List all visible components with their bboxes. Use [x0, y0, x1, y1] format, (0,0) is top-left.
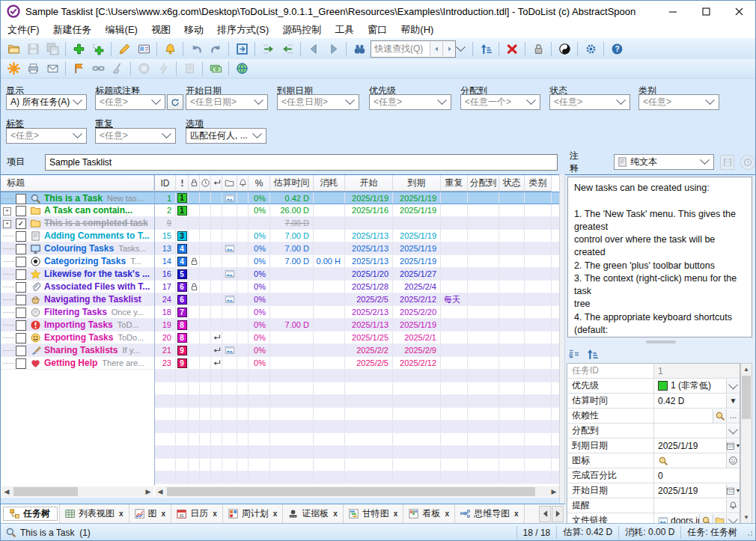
tab-思维导图[interactable]: 思维导图 x	[455, 504, 525, 523]
combo-button[interactable]	[726, 424, 740, 438]
resize-grip[interactable]	[743, 529, 755, 537]
column-header-status[interactable]: 状态	[499, 175, 525, 192]
task-checkbox[interactable]	[16, 320, 26, 331]
task-row[interactable]: Adding Comments to T...	[1, 230, 154, 242]
scroll-left-icon[interactable]: ◀	[1, 486, 12, 497]
quick-find-dropdown[interactable]	[457, 41, 469, 57]
close-tab-icon[interactable]: x	[273, 510, 278, 518]
quick-find-input[interactable]: 快速查找(Q)	[371, 40, 456, 58]
new-task-button[interactable]	[70, 40, 88, 58]
toggle-ui-style-button[interactable]	[555, 40, 573, 58]
filter-select-3[interactable]: <任意日期>	[277, 94, 359, 110]
task-checkbox[interactable]	[16, 231, 26, 242]
filter-select-9[interactable]: <任意>	[95, 128, 176, 144]
set-reminder-button[interactable]	[161, 40, 179, 58]
maximize-tasklist-button[interactable]	[233, 40, 251, 58]
task-checkbox[interactable]	[16, 346, 26, 356]
task-row[interactable]: Categorizing TasksT...	[1, 255, 154, 268]
activity-log-button[interactable]	[180, 60, 198, 77]
find-next-button[interactable]	[442, 42, 455, 56]
maximize-button[interactable]	[689, 1, 722, 22]
expand-icon[interactable]: +	[3, 207, 11, 216]
task-checkbox[interactable]	[16, 282, 26, 293]
scrollbar-thumb[interactable]	[167, 487, 535, 496]
attribute-row[interactable]: 依赖性 …	[567, 409, 740, 424]
task-columns-row[interactable]: 1650%2025/1/202025/1/27	[155, 268, 559, 281]
tree-hscrollbar[interactable]: ◀ ▶	[1, 486, 153, 497]
forward-button[interactable]	[324, 40, 342, 58]
task-columns-row[interactable]: 1870%2025/2/132025/2/20	[155, 306, 559, 319]
column-header-wrap[interactable]	[211, 175, 222, 192]
task-columns-row[interactable]: 97.00 D	[155, 217, 559, 230]
task-row[interactable]: Colouring TasksTasks...	[1, 242, 154, 255]
tab-任务树[interactable]: 任务树	[1, 504, 60, 523]
attribute-row[interactable]: 优先级 1 (非常低)	[567, 379, 740, 394]
column-header-lock[interactable]	[189, 175, 200, 192]
filter-refresh-button[interactable]	[167, 94, 183, 110]
task-columns-row[interactable]: 210%26.00 D2025/1/162025/1/19	[155, 204, 559, 217]
tab-图[interactable]: 图 x	[129, 504, 172, 523]
attribute-row[interactable]: 开始日期 2025/1/19▼	[567, 483, 740, 498]
task-row[interactable]: Filtering TasksOnce y...	[1, 306, 154, 319]
column-header-est[interactable]: 估算时间	[270, 175, 314, 192]
menu-item-9[interactable]: 帮助(H)	[394, 22, 440, 38]
column-header-pri[interactable]	[176, 175, 189, 192]
task-checkbox[interactable]	[16, 257, 26, 267]
tabs-scroll-left[interactable]	[539, 506, 551, 522]
column-header-recur[interactable]: 重复	[441, 175, 468, 192]
sort-tasks-button[interactable]	[477, 40, 495, 58]
close-tab-icon[interactable]: x	[162, 510, 166, 518]
tab-甘特图[interactable]: 甘特图 x	[344, 504, 404, 523]
password-protect-button[interactable]	[529, 40, 547, 58]
task-columns-row[interactable]: 1760%2025/1/282025/2/4	[155, 281, 559, 293]
menu-item-0[interactable]: 文件(F)	[1, 22, 46, 38]
new-tasklist-button[interactable]	[4, 60, 22, 77]
spin-button[interactable]: ▼	[726, 394, 740, 408]
scroll-up-icon[interactable]: ▲	[741, 364, 752, 375]
attribute-row[interactable]: 分配到	[567, 424, 740, 438]
expand-icon[interactable]: +	[3, 220, 11, 228]
column-header-pct[interactable]: %	[249, 175, 270, 192]
tab-看板[interactable]: 看板 x	[403, 504, 455, 523]
menu-item-6[interactable]: 源码控制	[275, 22, 328, 38]
column-header-cat[interactable]: 类别	[525, 175, 552, 192]
attribute-row[interactable]: 任务ID 1	[567, 364, 740, 379]
delete-task-button[interactable]	[503, 40, 521, 58]
redo-button[interactable]	[207, 40, 225, 58]
task-row[interactable]: This is a TaskNew tas...	[1, 192, 154, 204]
print-button[interactable]	[24, 60, 42, 77]
attribute-row[interactable]: 提醒	[567, 498, 740, 513]
scrollbar-thumb[interactable]	[742, 376, 751, 419]
task-row[interactable]: Likewise for the task's ...	[1, 268, 154, 281]
task-columns-row[interactable]: 2460%2025/2/52025/2/12每天	[155, 293, 559, 306]
task-row[interactable]: Importing TasksToD...	[1, 319, 154, 331]
task-checkbox[interactable]	[16, 333, 26, 343]
indent-task-button[interactable]	[259, 40, 277, 58]
combo-button[interactable]	[726, 379, 740, 393]
tab-列表视图[interactable]: 列表视图 x	[60, 504, 129, 523]
filter-select-7[interactable]: <任意>	[638, 94, 719, 110]
send-email-button[interactable]	[43, 60, 61, 77]
menu-item-4[interactable]: 移动	[177, 22, 210, 38]
task-checkbox[interactable]	[16, 358, 26, 369]
scrollbar-thumb[interactable]	[13, 487, 78, 496]
scroll-left-icon[interactable]: ◀	[155, 486, 165, 497]
save-all-button[interactable]	[43, 40, 61, 58]
filter-select-5[interactable]: <任意一个>	[460, 94, 540, 110]
preferences-button[interactable]	[582, 40, 600, 58]
task-columns-row[interactable]: 1980%7.00 D2025/1/132025/1/19	[155, 319, 559, 331]
undo-button[interactable]	[187, 40, 205, 58]
edit-task-title-button[interactable]	[115, 40, 133, 58]
filter-select-4[interactable]: <任意>	[369, 94, 451, 110]
horizontal-splitter[interactable]	[565, 339, 756, 345]
calendar-button[interactable]: ▼	[726, 439, 740, 453]
group-attributes-icon[interactable]	[568, 348, 580, 360]
task-row[interactable]: Navigating the Tasklist	[1, 293, 154, 306]
task-checkbox[interactable]	[16, 308, 26, 318]
column-header-id[interactable]: ID	[155, 175, 176, 192]
task-columns-row[interactable]: 2390%2025/2/52025/2/12	[155, 357, 559, 370]
find-button[interactable]	[713, 409, 726, 423]
smiley-button[interactable]	[726, 454, 740, 468]
scroll-down-icon[interactable]: ▼	[741, 512, 752, 523]
attribute-row[interactable]: 图标	[567, 453, 740, 468]
